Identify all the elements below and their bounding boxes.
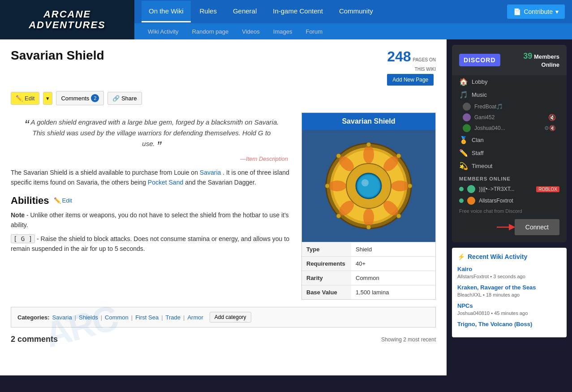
comments-section: 2 comments Showing 2 most recent xyxy=(11,335,436,344)
page-count-display: 248 PAGES ONTHIS WIKI xyxy=(387,48,436,72)
page-count-label: PAGES ONTHIS WIKI xyxy=(413,57,436,72)
discord-channel-lobby[interactable]: 🏠 Lobby xyxy=(452,75,567,88)
lobby-icon: 🏠 xyxy=(459,78,468,86)
category-first-sea[interactable]: First Sea xyxy=(135,314,159,321)
category-savaria[interactable]: Savaria xyxy=(52,314,72,321)
abilities-edit-link[interactable]: ✏️ Edit xyxy=(54,197,72,204)
connect-button[interactable]: Connect xyxy=(515,219,559,235)
discord-user-fredboat: FredBoat🎵 xyxy=(452,101,567,112)
secondary-nav: Wiki Activity Random page Videos Images … xyxy=(134,23,572,39)
table-row: Type Shield xyxy=(302,242,435,257)
infobox: Savarian Shield xyxy=(301,112,436,300)
music-icon: 🎵 xyxy=(459,90,468,99)
field-value-rarity: Common xyxy=(351,271,435,285)
edit-button[interactable]: ✏️ Edit xyxy=(11,92,39,105)
activity-meta-kraken: BleachXXL • 18 minutes ago xyxy=(457,292,520,297)
discord-channel-clan[interactable]: 🏅 Clan xyxy=(452,134,567,146)
action-bar: ✏️ Edit ▾ Comments 2 🔗 Share xyxy=(11,91,436,105)
pocket-sand-link[interactable]: Pocket Sand xyxy=(148,179,183,186)
nav-item-community[interactable]: Community xyxy=(332,1,380,22)
content-area: Savarian Shield 248 PAGES ONTHIS WIKI Ad… xyxy=(0,39,447,375)
svg-point-21 xyxy=(325,184,330,188)
page-title: Savarian Shield xyxy=(11,48,104,63)
discord-channel-timeout[interactable]: 💫 Timeout xyxy=(452,159,567,172)
discord-members-count: 39 MembersOnline xyxy=(523,51,559,69)
svg-point-22 xyxy=(336,154,341,158)
body-intro: The Savarian Shield is a shield availabl… xyxy=(11,168,292,188)
logo-area: ARCANEADVENTURES xyxy=(0,0,134,39)
sec-nav-random-page[interactable]: Random page xyxy=(186,25,235,39)
svg-point-18 xyxy=(396,214,401,218)
edit-dropdown-button[interactable]: ▾ xyxy=(43,92,52,105)
comments-count-badge: 2 xyxy=(91,94,99,102)
avatar xyxy=(467,197,475,205)
svg-point-5 xyxy=(391,181,409,191)
discord-header: DISCORD 39 MembersOnline xyxy=(452,45,567,75)
hotkey-g: [ G ] xyxy=(11,234,35,243)
sec-nav-videos[interactable]: Videos xyxy=(236,25,266,39)
activity-link-trigno[interactable]: Trigno, The Volcano (Boss) xyxy=(457,321,561,327)
quote-container: A golden shield engraved with a large bl… xyxy=(11,112,292,162)
svg-point-16 xyxy=(396,154,401,158)
page-title-row: Savarian Shield 248 PAGES ONTHIS WIKI Ad… xyxy=(11,48,436,86)
discord-channel-music[interactable]: 🎵 Music xyxy=(452,88,567,101)
activity-link-kraken[interactable]: Kraken, Ravager of the Seas xyxy=(457,284,561,291)
discord-channel-staff[interactable]: ✏️ Staff xyxy=(452,146,567,159)
clan-icon: 🏅 xyxy=(459,136,468,144)
quote-attribution: —Item Description xyxy=(15,155,288,162)
comments-button[interactable]: Comments 2 xyxy=(56,91,104,105)
infobox-table: Type Shield Requirements 40+ Rarity Comm… xyxy=(302,242,435,299)
table-row: Base Value 1,500 lamina xyxy=(302,285,435,300)
svg-point-9 xyxy=(328,181,346,191)
svg-point-13 xyxy=(358,175,379,197)
sec-nav-forum[interactable]: Forum xyxy=(299,25,329,39)
nav-item-on-the-wiki[interactable]: On the Wiki xyxy=(142,1,191,22)
field-label-base-value: Base Value xyxy=(302,285,351,300)
activity-item-npcs: NPCs Joshua040810 • 45 minutes ago xyxy=(457,302,561,316)
avatar xyxy=(467,185,475,193)
connect-btn-wrapper: Connect xyxy=(515,219,559,235)
category-armor[interactable]: Armor xyxy=(187,314,203,321)
primary-nav: On the Wiki Rules General In-game Conten… xyxy=(142,1,380,22)
sec-nav-images[interactable]: Images xyxy=(267,25,299,39)
svg-point-7 xyxy=(363,208,374,226)
svg-point-20 xyxy=(336,214,341,218)
nav-item-in-game-content[interactable]: In-game Content xyxy=(266,1,330,22)
activity-link-npcs[interactable]: NPCs xyxy=(457,302,561,309)
recent-wiki-activity: ⚡ Recent Wiki Activity Kairo AllstarsFox… xyxy=(452,248,567,337)
field-label-requirements: Requirements xyxy=(302,257,351,271)
sec-nav-wiki-activity[interactable]: Wiki Activity xyxy=(142,25,185,39)
arrow-indicator xyxy=(497,222,515,233)
main-layout: Savarian Shield 248 PAGES ONTHIS WIKI Ad… xyxy=(0,39,572,375)
contribute-button[interactable]: 📄 Contribute ▾ xyxy=(507,4,565,19)
infobox-image xyxy=(302,130,435,242)
connect-btn-area: Connect xyxy=(452,217,567,237)
document-icon: 📄 xyxy=(513,8,521,15)
add-category-button[interactable]: Add category xyxy=(210,312,251,323)
category-shields[interactable]: Shields xyxy=(79,314,98,321)
field-value-base-value: 1,500 lamina xyxy=(351,285,435,300)
roblox-badge: ROBLOX xyxy=(536,186,559,192)
top-nav: On the Wiki Rules General In-game Conten… xyxy=(134,0,572,23)
categories-label: Categories: xyxy=(17,314,50,321)
comments-title: 2 comments xyxy=(11,335,58,344)
nav-item-rules[interactable]: Rules xyxy=(193,1,224,22)
svg-point-15 xyxy=(366,142,371,147)
share-button[interactable]: 🔗 Share xyxy=(108,92,142,105)
category-common[interactable]: Common xyxy=(105,314,129,321)
online-indicator xyxy=(459,198,464,203)
discord-logo: DISCORD xyxy=(459,54,500,66)
add-new-page-button[interactable]: Add New Page xyxy=(387,74,434,86)
category-trade[interactable]: Trade xyxy=(166,314,181,321)
ability-note: Note - Unlike other items or weapons, yo… xyxy=(11,210,292,230)
savaria-link[interactable]: Savaria xyxy=(200,169,221,176)
field-value-type: Shield xyxy=(351,242,435,257)
discord-user-gani: Gani452 🔇 xyxy=(452,112,567,123)
activity-link-kairo[interactable]: Kairo xyxy=(457,266,561,272)
sidebar: DISCORD 39 MembersOnline 🏠 Lobby 🎵 Music… xyxy=(447,39,572,375)
activity-icon: ⚡ xyxy=(457,253,465,260)
nav-item-general[interactable]: General xyxy=(226,1,264,22)
ability-g-description: [ G ] - Raise the shield to block attack… xyxy=(11,234,292,254)
svg-point-19 xyxy=(366,225,371,229)
online-member-tr3xt: ))|{•··>TR3XT... ROBLOX xyxy=(452,183,567,195)
